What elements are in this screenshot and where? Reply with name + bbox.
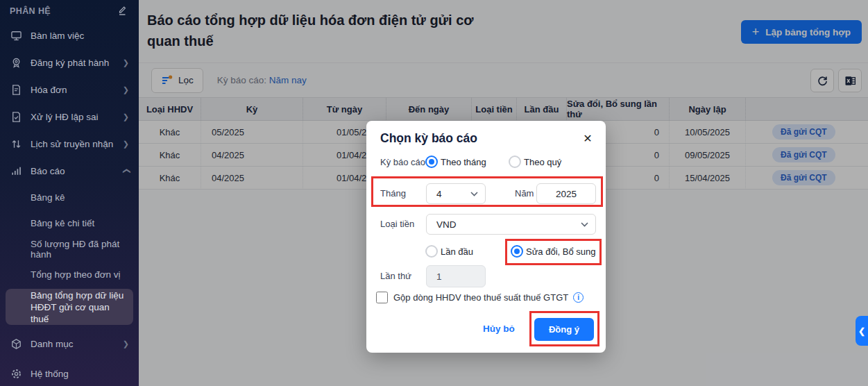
radio-theo-quy-label[interactable]: Theo quý [524,157,561,167]
sidebar-item-lich-su-truyen-nhan[interactable]: Lịch sử truyền nhận ❯ [0,131,139,158]
bar-chart-icon [10,165,22,178]
times-input [426,265,486,287]
info-icon[interactable]: i [573,292,584,303]
subitem-label: Tổng hợp theo đơn vị [31,269,121,280]
sidebar-section-header: PHÂN HỆ [0,0,139,22]
sidebar-item-bao-cao[interactable]: Báo cáo ❯ [0,158,139,185]
radio-lan-dau-label[interactable]: Lần đầu [441,246,473,257]
side-panel-toggle[interactable]: ❮ [856,316,868,346]
sidebar-item-danh-muc[interactable]: Danh mục ❯ [0,330,139,358]
radio-sua-doi-bo-sung-label[interactable]: Sửa đổi, Bổ sung [526,246,596,257]
period-field-label: Kỳ báo cáo [380,157,425,167]
confirm-button[interactable]: Đồng ý [534,318,594,341]
currency-select-value: VND [436,219,581,230]
chevron-right-icon: ❯ [123,140,129,149]
sidebar-item-hoa-don[interactable]: Hóa đơn ❯ [0,76,139,103]
cube-icon [10,338,22,351]
sidebar-subitem-tong-hop-theo-don-vi[interactable]: Tổng hợp theo đơn vị [0,262,139,287]
chevron-down-icon: ❯ [121,168,130,174]
report-period-dialog: Chọn kỳ báo cáo ✕ Kỳ báo cáo Theo tháng … [366,121,606,353]
chevron-right-icon: ❯ [123,112,129,121]
chevron-down-icon [470,192,478,196]
sidebar-section-label: PHÂN HỆ [10,6,51,16]
sidebar-subitem-bang-ke-chi-tiet[interactable]: Bảng kê chi tiết [0,210,139,236]
chevron-left-icon: ❮ [858,326,865,336]
doc-check-icon [10,111,22,124]
subitem-label: Số lượng HĐ đã phát hành [31,239,129,260]
year-input[interactable] [536,183,596,204]
dialog-title: Chọn kỳ báo cáo [380,131,477,146]
subitem-label: Bảng kê chi tiết [31,218,94,228]
sidebar-subitem-so-luong-hd[interactable]: Số lượng HĐ đã phát hành [0,236,139,262]
checkbox-text: Gộp dòng HHDV theo thuế suất thuế GTGT [393,292,568,303]
radio-lan-dau[interactable] [425,245,438,258]
sidebar-item-label: Lịch sử truyền nhận [31,139,123,149]
sidebar-item-dang-ky-phat-hanh[interactable]: Đăng ký phát hành ❯ [0,49,139,76]
sidebar-subitem-bang-tong-hop-active[interactable]: Bảng tổng hợp dữ liệu HĐĐT gửi cơ quan t… [6,289,133,325]
transfer-arrows-icon [10,138,22,151]
chevron-down-icon [581,222,588,227]
cancel-button[interactable]: Hủy bỏ [483,324,515,334]
radio-sua-doi-bo-sung[interactable] [511,245,523,258]
year-field-label: Năm [515,188,534,199]
radio-theo-quy[interactable] [509,156,521,168]
gear-icon [10,368,22,380]
radio-theo-thang[interactable] [425,156,438,168]
edit-icon[interactable] [117,5,128,17]
currency-field-label: Loại tiền [380,219,414,229]
chevron-right-icon: ❯ [123,85,129,94]
sidebar-item-label: Hóa đơn [31,85,123,95]
subitem-label: Bảng tổng hợp dữ liệu HĐĐT gửi cơ quan t… [31,290,126,325]
group-hhdv-checkbox-label[interactable]: Gộp dòng HHDV theo thuế suất thuế GTGT i [393,292,584,303]
invoice-icon [10,84,22,96]
sidebar-item-ban-lam-viec[interactable]: Bàn làm việc [0,22,139,49]
sidebar-item-xu-ly-hd-lap-sai[interactable]: Xử lý HĐ lập sai ❯ [0,103,139,131]
sidebar-item-label: Báo cáo [31,166,123,176]
sidebar: PHÂN HỆ Bàn làm việc Đăng ký phát hành ❯… [0,0,139,386]
sidebar-item-label: Đăng ký phát hành [31,58,123,68]
sidebar-item-label: Danh mục [31,339,123,349]
group-hhdv-checkbox[interactable] [376,292,388,303]
month-select-value: 4 [436,189,470,199]
sidebar-item-label: Xử lý HĐ lập sai [31,112,123,122]
currency-select[interactable]: VND [426,214,596,235]
badge-icon [10,57,22,69]
chevron-right-icon: ❯ [123,339,129,349]
times-field-label: Lần thứ [380,271,411,281]
desktop-icon [10,30,22,42]
radio-theo-thang-label[interactable]: Theo tháng [441,157,486,167]
month-select[interactable]: 4 [426,183,486,204]
chevron-right-icon: ❯ [123,58,129,67]
sidebar-item-label: Hệ thống [31,369,129,379]
sidebar-item-label: Bàn làm việc [31,31,129,41]
sidebar-subitem-bang-ke[interactable]: Bảng kê [0,185,139,210]
sidebar-item-he-thong[interactable]: Hệ thống [0,360,139,386]
close-icon[interactable]: ✕ [580,131,595,146]
month-field-label: Tháng [380,188,406,199]
subitem-label: Bảng kê [31,192,65,203]
